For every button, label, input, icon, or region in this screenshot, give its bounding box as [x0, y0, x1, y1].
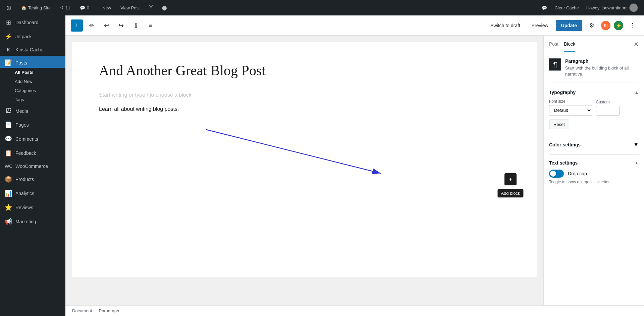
toolbar-right: Switch to draft Preview Update ⚙ K! ⚡ ⋮ — [486, 19, 639, 32]
preview-button[interactable]: Preview — [528, 20, 552, 31]
editor-toolbar: + ✏ ↩ ↪ ℹ ≡ Switch to draft Preview Upda… — [65, 15, 644, 36]
sidebar-item-add-new[interactable]: Add New — [15, 77, 65, 86]
sidebar-item-woocommerce[interactable]: WC WooCommerce — [0, 160, 65, 172]
pages-icon: 📄 — [5, 121, 12, 129]
clear-cache[interactable]: Clear Cache — [552, 4, 581, 12]
media-icon: 🖼 — [5, 107, 12, 115]
edit-tool-button[interactable]: ✏ — [86, 19, 98, 32]
home-icon: 🏠 — [21, 5, 26, 10]
update-button[interactable]: Update — [556, 20, 582, 31]
howdy[interactable]: Howdy, joewarnimont — [584, 2, 640, 13]
products-icon: 📦 — [5, 176, 12, 183]
sidebar-item-comments[interactable]: 💬 Comments — [0, 132, 65, 146]
jetpack-icon: ⚡ — [5, 33, 12, 40]
add-block-tooltip: Add block — [497, 189, 523, 197]
block-name: Paragraph — [565, 58, 639, 64]
add-block-container: + Add block — [504, 173, 517, 185]
list-view-button[interactable]: ≡ — [145, 19, 157, 32]
comments-link[interactable]: 💬 0 — [78, 4, 91, 12]
settings-button[interactable]: ⚙ — [586, 19, 598, 32]
post-title[interactable]: And Another Great Blog Post — [99, 62, 510, 79]
text-settings-toggle-icon: ▲ — [635, 161, 639, 165]
typography-section-header[interactable]: Typography ▲ — [549, 90, 639, 95]
redo-button[interactable]: ↪ — [115, 19, 127, 32]
sidebar-item-reviews[interactable]: ⭐ Reviews — [0, 200, 65, 215]
post-placeholder[interactable]: Start writing or type / to choose a bloc… — [99, 92, 510, 98]
posts-submenu: All Posts Add New Categories Tags — [0, 68, 65, 104]
editor-content-wrapper: And Another Great Blog Post Start writin… — [65, 36, 644, 305]
kinsta-toolbar-icon[interactable]: K! — [601, 21, 610, 30]
drop-cap-row: Drop cap — [549, 170, 639, 178]
tab-block[interactable]: Block — [564, 37, 575, 52]
extra-icon[interactable]: ⬤ — [160, 4, 169, 12]
section-divider-2 — [549, 154, 639, 155]
right-panel: Post Block ✕ ¶ Paragraph Start with the … — [543, 36, 644, 305]
color-settings-title: Color settings — [549, 142, 581, 147]
panel-close-button[interactable]: ✕ — [634, 41, 639, 48]
switch-to-draft-button[interactable]: Switch to draft — [486, 20, 524, 31]
add-block-button[interactable]: + — [71, 19, 83, 32]
toggle-track — [549, 170, 564, 178]
updates[interactable]: ↺ 11 — [58, 4, 72, 12]
block-info: ¶ Paragraph Start with the building bloc… — [549, 58, 639, 83]
inline-add-block-button[interactable]: + — [504, 173, 517, 185]
sidebar-item-tags[interactable]: Tags — [15, 95, 65, 104]
tab-post[interactable]: Post — [549, 37, 558, 52]
sidebar-item-kinsta-cache[interactable]: K Kinsta Cache — [0, 44, 65, 56]
site-name[interactable]: 🏠 Testing Site — [19, 4, 53, 12]
sidebar-item-feedback[interactable]: 📋 Feedback — [0, 146, 65, 160]
admin-bar-right: 💬 Clear Cache Howdy, joewarnimont — [540, 2, 640, 13]
main-layout: ⊞ Dashboard ⚡ Jetpack K Kinsta Cache 📝 P… — [0, 15, 644, 316]
block-description: Start with the building block of all nar… — [565, 65, 639, 77]
sidebar: ⊞ Dashboard ⚡ Jetpack K Kinsta Cache 📝 P… — [0, 15, 65, 316]
block-info-text: Paragraph Start with the building block … — [565, 58, 639, 77]
admin-bar: ⊕ 🏠 Testing Site ↺ 11 💬 0 + New View Pos… — [0, 0, 644, 15]
editor-canvas[interactable]: And Another Great Blog Post Start writin… — [72, 42, 537, 277]
color-settings-toggle-icon: ▼ — [633, 142, 639, 148]
wp-logo[interactable]: ⊕ — [4, 2, 14, 13]
info-button[interactable]: ℹ — [130, 19, 142, 32]
undo-button[interactable]: ↩ — [100, 19, 112, 32]
sidebar-item-posts[interactable]: 📝 Posts — [0, 56, 65, 68]
reset-button[interactable]: Reset — [549, 120, 569, 129]
marketing-icon: 📢 — [5, 218, 12, 225]
sidebar-item-jetpack[interactable]: ⚡ Jetpack — [0, 30, 65, 44]
green-status-icon[interactable]: ⚡ — [614, 21, 623, 30]
typography-section-title: Typography — [549, 90, 576, 95]
sidebar-item-marketing[interactable]: 📢 Marketing — [0, 215, 65, 229]
analytics-icon: 📊 — [5, 190, 12, 197]
comments-icon: 💬 — [5, 135, 12, 143]
sidebar-item-pages[interactable]: 📄 Pages — [0, 118, 65, 132]
custom-size-input[interactable] — [596, 106, 620, 116]
typography-toggle-icon: ▲ — [635, 90, 639, 95]
sidebar-item-analytics[interactable]: 📊 Analytics — [0, 186, 65, 200]
text-settings-title: Text settings — [549, 160, 578, 166]
font-size-select[interactable]: Default — [549, 105, 592, 116]
sidebar-item-categories[interactable]: Categories — [15, 86, 65, 95]
sidebar-item-all-posts[interactable]: All Posts — [15, 68, 65, 77]
drop-cap-toggle[interactable] — [549, 170, 564, 178]
view-post[interactable]: View Post — [118, 4, 142, 12]
new-item[interactable]: + New — [97, 4, 113, 12]
custom-size-label: Custom — [596, 100, 639, 104]
font-size-label: Font size — [549, 99, 592, 104]
color-settings-section-header[interactable]: Color settings ▼ — [549, 140, 639, 149]
drop-cap-hint: Toggle to show a large initial letter. — [549, 180, 639, 184]
font-size-group: Font size Default — [549, 99, 592, 116]
custom-size-group: Custom — [596, 100, 639, 116]
editor-canvas-wrapper[interactable]: And Another Great Blog Post Start writin… — [65, 36, 543, 305]
chat-icon[interactable]: 💬 — [540, 4, 549, 12]
yoast-icon[interactable]: Y — [147, 3, 155, 12]
post-content[interactable]: Learn all about writing blog posts. — [99, 105, 510, 114]
more-options-button[interactable]: ⋮ — [627, 19, 639, 32]
wp-logo-icon: ⊕ — [6, 4, 12, 12]
sidebar-item-dashboard[interactable]: ⊞ Dashboard — [0, 15, 65, 30]
kinsta-icon: K — [5, 47, 12, 52]
woocommerce-icon: WC — [5, 164, 12, 169]
editor-wrapper: + ✏ ↩ ↪ ℹ ≡ Switch to draft Preview Upda… — [65, 15, 644, 316]
font-size-row: Font size Default Custom — [549, 99, 639, 116]
sidebar-item-media[interactable]: 🖼 Media — [0, 104, 65, 118]
refresh-icon: ↺ — [60, 5, 64, 10]
sidebar-item-products[interactable]: 📦 Products — [0, 172, 65, 186]
text-settings-section-header[interactable]: Text settings ▲ — [549, 160, 639, 166]
